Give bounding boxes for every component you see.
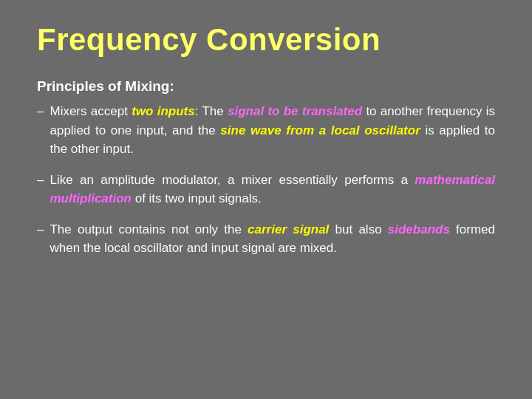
dash-icon: – xyxy=(37,220,44,239)
emphasis-math-mult: mathematical multiplication xyxy=(50,173,495,206)
list-item: – The output contains not only the carri… xyxy=(37,220,495,258)
bullet-text-2: Like an amplitude modulator, a mixer ess… xyxy=(50,171,495,208)
list-item: – Mixers accept two inputs: The signal t… xyxy=(37,102,495,159)
slide-title: Frequency Conversion xyxy=(37,22,495,58)
dash-icon: – xyxy=(37,102,44,121)
slide: Frequency Conversion Principles of Mixin… xyxy=(0,0,532,399)
bullet-list: – Mixers accept two inputs: The signal t… xyxy=(37,102,495,258)
emphasis-carrier-signal: carrier signal xyxy=(248,222,329,236)
emphasis-two-inputs: two inputs xyxy=(132,104,195,118)
bullet-text-3: The output contains not only the carrier… xyxy=(50,220,495,258)
section-header: Principles of Mixing: xyxy=(37,78,495,95)
emphasis-sine-wave: sine wave from a local oscillator xyxy=(220,123,420,137)
dash-icon: – xyxy=(37,171,44,190)
list-item: – Like an amplitude modulator, a mixer e… xyxy=(37,171,495,208)
bullet-text-1: Mixers accept two inputs: The signal to … xyxy=(50,102,495,159)
emphasis-signal-translated: signal to be translated xyxy=(228,104,362,118)
emphasis-sidebands: sidebands xyxy=(388,222,450,236)
